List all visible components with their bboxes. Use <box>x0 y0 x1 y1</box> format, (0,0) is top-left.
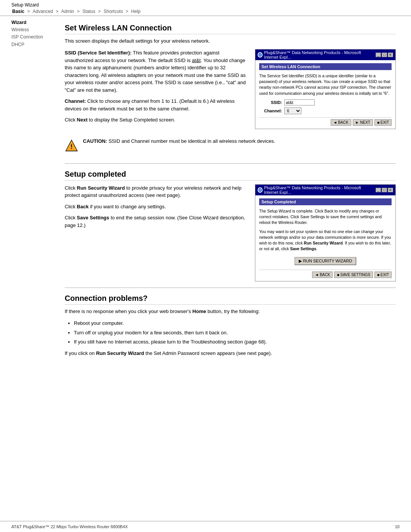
section1-channel-para: Channel: Click to choose any channel fro… <box>65 97 247 112</box>
screenshot1-body: The Service Set Identifier (SSID) is a u… <box>259 73 392 96</box>
caution-box: ! CAUTION: SSID and Channel number must … <box>65 135 396 156</box>
caution-icon: ! <box>65 139 78 153</box>
screenshot2-body2: You may want to set your system so that … <box>259 229 392 252</box>
run-security-wizard-btn[interactable]: ▶ RUN SECURITY WIZARD <box>295 257 356 265</box>
divider2 <box>65 288 396 288</box>
breadcrumb-status[interactable]: Status <box>82 9 95 14</box>
section1-ssid-para: SSID (Service Set Identifier): This feat… <box>65 49 247 94</box>
channel-desc: Click to choose any channel from 1 to 11… <box>65 98 235 112</box>
channel-form-label: Channel: <box>259 109 282 113</box>
sidebar: Wizard Wireless ISP Connection DHCP <box>11 16 57 364</box>
screenshot2-inner: Setup Completed The Setup Wizard is comp… <box>255 195 395 281</box>
maximize-btn2[interactable]: □ <box>382 188 387 192</box>
back-link: Back <box>77 204 89 209</box>
page-title: Setup Wizard <box>11 2 400 8</box>
close-btn2[interactable]: ✕ <box>388 188 393 192</box>
sidebar-item-isp[interactable]: ISP Connection <box>11 34 57 41</box>
ssid-form-label: SSID: <box>259 100 282 105</box>
ssid-desc: This feature provides protection against… <box>65 50 246 93</box>
breadcrumb: Basic > Advanced > Admin > Status > Shor… <box>11 9 400 14</box>
home-bold: Home <box>193 308 206 314</box>
win-controls1: _ □ ✕ <box>376 53 393 57</box>
breadcrumb-help[interactable]: Help <box>131 9 141 14</box>
section1-body: SSID (Service Set Identifier): This feat… <box>65 49 396 129</box>
screenshot2: e Plug&Share™ Data Networking Products -… <box>255 184 396 282</box>
top-nav: Setup Wizard Basic > Advanced > Admin > … <box>0 0 411 16</box>
sidebar-item-wireless[interactable]: Wireless <box>11 26 57 34</box>
bullet-1: Reboot your computer. <box>74 320 396 327</box>
screenshot1-buttons: ◄ BACK ► NEXT ■ EXIT <box>259 117 392 126</box>
next-btn1[interactable]: ► NEXT <box>353 119 373 126</box>
section3-closing: If you click on Run Security Wizard the … <box>65 350 396 356</box>
screenshot2-title: Plug&Share™ Data Networking Products - M… <box>264 185 376 195</box>
section2-para3: Click Save Settings to end the setup ses… <box>65 214 247 229</box>
breadcrumb-basic[interactable]: Basic <box>12 9 24 14</box>
bullet-3: If you still have no Internet access, pl… <box>74 338 396 346</box>
breadcrumb-shortcuts[interactable]: Shortcuts <box>104 9 123 14</box>
screenshot2-header: Setup Completed <box>259 198 392 205</box>
breadcrumb-admin[interactable]: Admin <box>61 9 74 14</box>
bullet-2: Turn off or unplug your modem for a few … <box>74 329 396 337</box>
breadcrumb-advanced[interactable]: Advanced <box>33 9 53 14</box>
section1-title: Set Wireless LAN Connection <box>65 24 396 34</box>
close-btn1[interactable]: ✕ <box>388 53 393 57</box>
save-settings-link: Save Settings <box>77 215 109 220</box>
caution-text: CAUTION: SSID and Channel number must be… <box>83 138 275 144</box>
maximize-btn1[interactable]: □ <box>382 53 387 57</box>
channel-form-row: Channel: 6 1 2 3 4 5 7 8 9 10 11 <box>259 107 392 114</box>
screenshot2-titlebar: e Plug&Share™ Data Networking Products -… <box>255 185 395 195</box>
divider1 <box>65 163 396 164</box>
ie-icon2: e <box>258 187 263 193</box>
connection-bullets: Reboot your computer. Turn off or unplug… <box>74 320 396 346</box>
section1-text: SSID (Service Set Identifier): This feat… <box>65 49 247 129</box>
screenshot2-body1: The Setup Wizard is complete. Click Back… <box>259 208 392 226</box>
screenshot2-buttons: ◄ BACK ■ SAVE SETTINGS ■ EXIT <box>259 270 392 278</box>
section2-para2: Click Back if you want to change any set… <box>65 203 247 211</box>
screenshot1-inner: Set Wireless LAN Connection The Service … <box>255 60 395 129</box>
main-content: Set Wireless LAN Connection This screen … <box>57 16 411 364</box>
win-controls2: _ □ ✕ <box>376 188 393 192</box>
back-btn1[interactable]: ◄ BACK <box>331 119 351 126</box>
caution-label: CAUTION: <box>83 138 107 144</box>
svg-text:!: ! <box>70 143 72 150</box>
section2-title: Setup completed <box>65 170 396 181</box>
minimize-btn2[interactable]: _ <box>376 188 381 192</box>
section1-next-text: Click Next to display the Setup Complete… <box>65 116 247 124</box>
sidebar-item-dhcp[interactable]: DHCP <box>11 41 57 48</box>
back-btn2[interactable]: ◄ BACK <box>312 272 333 278</box>
save-settings-btn[interactable]: ■ SAVE SETTINGS <box>334 272 373 278</box>
layout: Wizard Wireless ISP Connection DHCP Set … <box>0 16 411 364</box>
exit-btn2[interactable]: ■ EXIT <box>374 272 392 278</box>
section2-body: Click Run Security Wizard to provide pri… <box>65 184 396 282</box>
exit-btn1[interactable]: ■ EXIT <box>374 119 392 126</box>
section2-text: Click Run Security Wizard to provide pri… <box>65 184 247 282</box>
section1-intro: This screen displays the default setting… <box>65 38 396 44</box>
screenshot1-header: Set Wireless LAN Connection <box>259 63 392 70</box>
ssid-input[interactable] <box>284 99 315 105</box>
ie-icon: e <box>258 52 263 58</box>
minimize-btn1[interactable]: _ <box>376 53 381 57</box>
ssid-form-row: SSID: <box>259 99 392 105</box>
run-security-wizard-text: Run Security Wizard <box>96 350 144 356</box>
ssid-label: SSID (Service Set Identifier): <box>65 50 132 56</box>
screenshot1-titlebar: e Plug&Share™ Data Networking Products -… <box>255 50 395 60</box>
section3-intro: If there is no response when you click y… <box>65 308 396 314</box>
screenshot1-title: Plug&Share™ Data Networking Products - M… <box>264 50 376 59</box>
channel-label: Channel: <box>65 98 86 104</box>
footer: AT&T Plug&Share™ 22 Mbps Turbo Wireless … <box>0 521 411 532</box>
footer-left: AT&T Plug&Share™ 22 Mbps Turbo Wireless … <box>11 524 128 529</box>
footer-right: 10 <box>395 524 400 529</box>
run-wizard-link: Run Security Wizard <box>77 185 125 191</box>
screenshot1: e Plug&Share™ Data Networking Products -… <box>255 49 396 129</box>
channel-select[interactable]: 6 1 2 3 4 5 7 8 9 10 11 <box>284 107 301 114</box>
section2-para1: Click Run Security Wizard to provide pri… <box>65 184 247 199</box>
section3-title: Connection problems? <box>65 294 396 305</box>
sidebar-item-wizard[interactable]: Wizard <box>11 19 57 26</box>
caution-desc: SSID and Channel number must be identica… <box>108 138 275 144</box>
